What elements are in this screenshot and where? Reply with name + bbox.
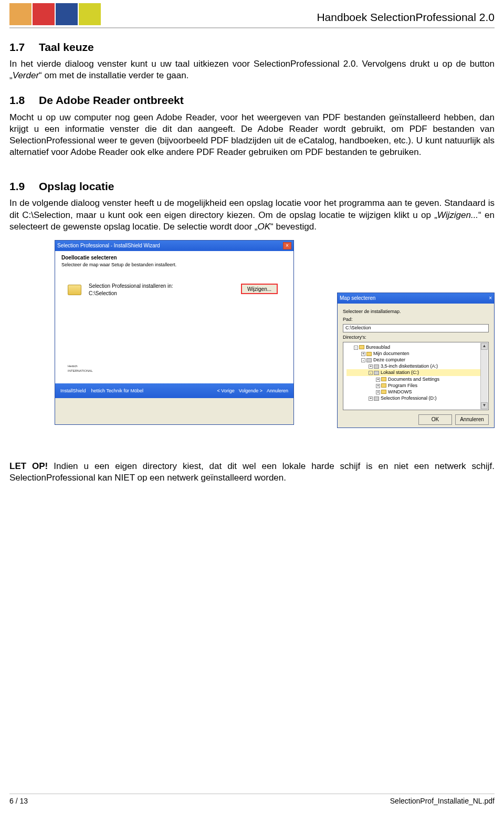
change-button[interactable]: Wijzigen... [241, 284, 278, 294]
tree-item-selected[interactable]: -Lokaal station (C:) [346, 369, 485, 376]
tree-item[interactable]: -Deze computer [346, 357, 485, 363]
install-path: C:\Selection [89, 290, 117, 297]
tree-item[interactable]: +Mijn documenten [346, 350, 485, 357]
logo-square [9, 3, 32, 25]
section-1-7: 1.7 Taal keuze In het vierde dialoog ven… [9, 40, 495, 81]
paragraph: Mocht u op uw computer nog geen Adobe Re… [9, 112, 495, 158]
tree-item[interactable]: +Program Files [346, 382, 485, 389]
paragraph: In de volgende dialoog venster heeft u d… [9, 197, 495, 232]
folder-select-body: Selecteer de installatiemap. Pad: C:\Sel… [338, 304, 494, 428]
install-label: Selection Professional installeren in: [89, 283, 173, 289]
hettich-logo: Hettich INTERNATIONAL [68, 361, 93, 373]
heading-text: De Adobe Reader ontbreekt [39, 93, 184, 107]
footer-brand-tag: hettich Technik für Möbel [91, 388, 143, 394]
tree-item[interactable]: +Selection Professional (D:) [346, 395, 485, 401]
warning-label: LET OP! [9, 461, 48, 471]
installer-subheader: Doellocatie selecteren Selecteer de map … [55, 251, 293, 273]
folder-select-window: Map selecteren × Selecteer de installati… [337, 293, 495, 428]
cancel-button[interactable]: Annuleren [267, 388, 288, 394]
logo-square [33, 3, 55, 25]
file-name: SelectionProf_Installatie_NL.pdf [390, 796, 495, 806]
close-icon[interactable]: × [489, 295, 492, 301]
directory-label: Directory's: [343, 335, 489, 341]
scroll-down-icon[interactable]: ▼ [481, 402, 488, 409]
window-title: Map selecteren [340, 295, 375, 301]
subheader-title: Doellocatie selecteren [61, 254, 287, 261]
logo-square [79, 3, 101, 25]
installer-body: Selection Professional installeren in: C… [55, 272, 293, 383]
installer-titlebar[interactable]: Selection Professional - InstallShield W… [55, 241, 293, 251]
tree-item[interactable]: +3,5-inch diskettestation (A:) [346, 363, 485, 369]
warning-paragraph: LET OP! Indien u een eigen directory kie… [9, 461, 495, 484]
subheader-desc: Selecteer de map waar Setup de bestanden… [61, 262, 287, 268]
tree-item[interactable]: +WINDOWS [346, 389, 485, 395]
page-header: Handboek SelectionProfessional 2.0 [9, 0, 495, 25]
path-label: Pad: [343, 317, 489, 323]
heading-text: Opslag locatie [39, 179, 114, 193]
page-footer: 6 / 13 SelectionProf_Installatie_NL.pdf [9, 794, 495, 806]
installer-footer: InstallShield hettich Technik für Möbel … [55, 383, 293, 398]
tree-item[interactable]: +Documents and Settings [346, 376, 485, 382]
logo-square [56, 3, 78, 25]
close-icon[interactable]: × [283, 242, 291, 249]
heading-1-8: 1.8 De Adobe Reader ontbreekt [9, 93, 495, 107]
path-input[interactable]: C:\Selection [343, 324, 489, 332]
heading-text: Taal keuze [39, 40, 94, 54]
heading-1-9: 1.9 Opslag locatie [9, 179, 495, 193]
next-button[interactable]: Volgende > [239, 388, 262, 394]
cancel-button[interactable]: Annuleren [455, 414, 489, 425]
section-1-9: 1.9 Opslag locatie In de volgende dialoo… [9, 179, 495, 233]
directory-tree[interactable]: -Bureaublad +Mijn documenten -Deze compu… [343, 342, 489, 410]
window-title: Selection Professional - InstallShield W… [57, 242, 160, 249]
folder-icon [68, 285, 81, 295]
ok-button[interactable]: OK [418, 414, 452, 425]
heading-number: 1.8 [9, 93, 32, 107]
heading-number: 1.9 [9, 179, 32, 193]
logo-block [9, 3, 101, 25]
header-rule [9, 27, 495, 28]
tree-item[interactable]: -Bureaublad [346, 344, 485, 350]
page-number: 6 / 13 [9, 796, 28, 806]
screenshot-area: Selection Professional - InstallShield W… [9, 240, 495, 445]
installer-window: Selection Professional - InstallShield W… [55, 240, 294, 425]
back-button[interactable]: < Vorige [217, 388, 234, 394]
scrollbar[interactable]: ▲ ▼ [480, 343, 488, 409]
instruction-label: Selecteer de installatiemap. [343, 309, 489, 315]
scroll-up-icon[interactable]: ▲ [481, 343, 488, 350]
paragraph: In het vierde dialoog venster kunt u uw … [9, 58, 495, 81]
installshield-label: InstallShield [60, 388, 86, 394]
document-title: Handboek SelectionProfessional 2.0 [317, 10, 495, 25]
heading-number: 1.7 [9, 40, 32, 54]
section-1-8: 1.8 De Adobe Reader ontbreekt Mocht u op… [9, 93, 495, 158]
folder-select-titlebar[interactable]: Map selecteren × [338, 293, 494, 304]
heading-1-7: 1.7 Taal keuze [9, 40, 495, 54]
